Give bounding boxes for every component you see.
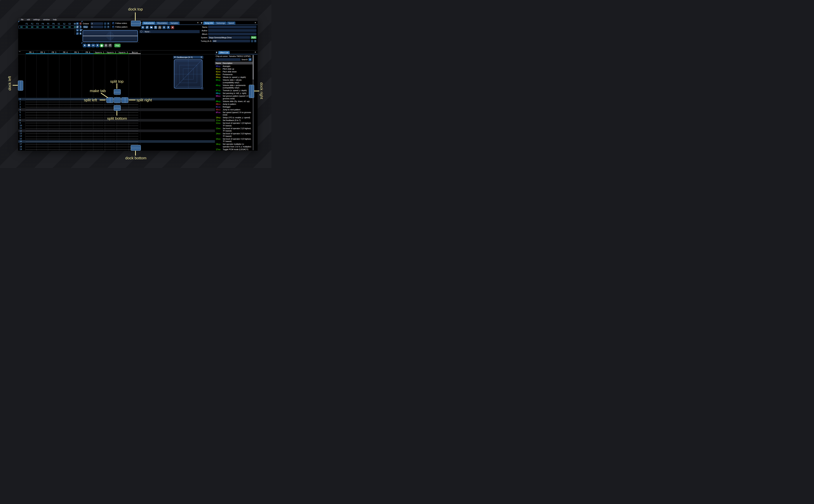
pattern-row[interactable]: 17 bbox=[18, 143, 215, 145]
pattern-cell[interactable] bbox=[81, 114, 92, 116]
channel-header[interactable]: FM 4 bbox=[60, 50, 71, 54]
menu-item[interactable]: file bbox=[19, 18, 25, 21]
split-right-target[interactable] bbox=[121, 97, 128, 103]
pattern-cell[interactable] bbox=[70, 103, 81, 106]
effect-row[interactable]: 17xx Toggle PCM mode (LEGACY) bbox=[215, 148, 257, 151]
pattern-cell[interactable] bbox=[127, 119, 138, 122]
pattern-cell[interactable] bbox=[70, 140, 81, 143]
pattern-cell[interactable] bbox=[25, 119, 36, 122]
effect-row[interactable]: 03xx Portamento bbox=[215, 73, 257, 76]
pattern-cell[interactable] bbox=[25, 140, 36, 143]
pattern-cell[interactable] bbox=[25, 135, 36, 137]
close-icon[interactable]: ✕ bbox=[200, 56, 202, 58]
dock-bottom-target[interactable] bbox=[131, 145, 141, 151]
orders-cell[interactable]: 00 bbox=[56, 26, 62, 28]
step-plus-button[interactable]: + bbox=[107, 26, 109, 28]
pattern-cell[interactable] bbox=[48, 143, 59, 145]
oscilloscope-display[interactable] bbox=[83, 30, 138, 42]
pattern-cell[interactable] bbox=[115, 122, 127, 124]
pattern-cell[interactable] bbox=[59, 100, 70, 103]
pattern-cell[interactable] bbox=[70, 137, 81, 140]
step-button[interactable]: Step bbox=[83, 26, 88, 28]
oscilloscope-xy-display[interactable] bbox=[174, 60, 202, 88]
pattern-cell[interactable] bbox=[25, 122, 36, 124]
pattern-cell[interactable] bbox=[92, 106, 104, 108]
pattern-cell[interactable] bbox=[25, 106, 36, 108]
play-button[interactable] bbox=[83, 44, 87, 47]
repeat-pattern-button[interactable] bbox=[108, 44, 112, 47]
pattern-cell[interactable] bbox=[59, 98, 70, 100]
pattern-cell[interactable] bbox=[92, 137, 104, 140]
pattern-cell[interactable] bbox=[70, 135, 81, 137]
pattern-cell[interactable] bbox=[59, 103, 70, 106]
pattern-cell[interactable] bbox=[70, 100, 81, 103]
effect-row[interactable]: 04xy Vibrato (x: speed; y: depth) bbox=[215, 76, 257, 79]
pattern-cell[interactable] bbox=[48, 148, 59, 151]
pattern-cell[interactable] bbox=[36, 108, 47, 111]
orders-cell[interactable]: 00 bbox=[67, 26, 72, 28]
order-duplicate-button[interactable] bbox=[76, 26, 79, 28]
hamburger-menu-button[interactable]: ≡ bbox=[248, 58, 252, 61]
name-column-header[interactable]: Name bbox=[215, 62, 223, 64]
pattern-cell[interactable] bbox=[25, 98, 36, 100]
pattern-cell[interactable] bbox=[36, 114, 47, 116]
pattern-cell[interactable] bbox=[81, 106, 92, 108]
pattern-cell[interactable] bbox=[92, 119, 104, 122]
pattern-cell[interactable] bbox=[70, 124, 81, 127]
step-minus-button[interactable]: - bbox=[104, 26, 106, 28]
pattern-cell[interactable] bbox=[127, 130, 138, 132]
pattern-cell[interactable] bbox=[81, 140, 92, 143]
pattern-cell[interactable] bbox=[25, 100, 36, 103]
metronome-button[interactable] bbox=[104, 44, 108, 47]
pattern-cell[interactable] bbox=[48, 124, 59, 127]
oscilloscope-xy-window[interactable]: Oscilloscope (X-Y) ✕ bbox=[173, 56, 203, 90]
tuning-field[interactable]: 440 bbox=[212, 40, 250, 42]
pattern-cell[interactable] bbox=[81, 124, 92, 127]
pattern-cell[interactable] bbox=[81, 137, 92, 140]
pattern-cell[interactable] bbox=[70, 148, 81, 151]
pattern-cell[interactable] bbox=[81, 119, 92, 122]
pattern-cell[interactable] bbox=[92, 148, 104, 151]
pattern-cell[interactable] bbox=[48, 114, 59, 116]
pattern-cell[interactable] bbox=[25, 114, 36, 116]
pattern-cell[interactable] bbox=[59, 137, 70, 140]
octave-minus-button[interactable]: - bbox=[104, 22, 106, 25]
pattern-cell[interactable] bbox=[104, 108, 115, 111]
pattern-cell[interactable] bbox=[115, 135, 127, 137]
pattern-cell[interactable] bbox=[115, 130, 127, 132]
pattern-cell[interactable] bbox=[81, 108, 92, 111]
pattern-cell[interactable] bbox=[36, 122, 47, 124]
split-left-target[interactable] bbox=[106, 97, 113, 103]
pattern-cell[interactable] bbox=[59, 143, 70, 145]
pattern-cell[interactable] bbox=[36, 143, 47, 145]
pattern-cell[interactable] bbox=[59, 116, 70, 119]
pattern-cell[interactable] bbox=[127, 137, 138, 140]
pattern-cell[interactable] bbox=[127, 124, 138, 127]
pattern-cell[interactable] bbox=[59, 114, 70, 116]
pattern-cell[interactable] bbox=[92, 130, 104, 132]
make-tab-target[interactable] bbox=[114, 97, 121, 103]
pattern-cell[interactable] bbox=[127, 122, 138, 124]
pattern-cell[interactable] bbox=[25, 124, 36, 127]
pattern-cell[interactable] bbox=[36, 100, 47, 103]
effect-table-header[interactable]: Name Description bbox=[215, 62, 254, 64]
pattern-cell[interactable] bbox=[81, 148, 92, 151]
channel-header[interactable]: FM 1 bbox=[26, 50, 37, 54]
pattern-cell[interactable] bbox=[48, 119, 59, 122]
channel-header[interactable]: FM 5 bbox=[71, 50, 82, 54]
step-input[interactable]: 1 bbox=[90, 26, 103, 28]
pattern-cell[interactable] bbox=[70, 122, 81, 124]
pattern-row[interactable]: 13 bbox=[18, 132, 215, 135]
dock-right-target[interactable] bbox=[249, 85, 254, 98]
orders-row-index[interactable]: 00 bbox=[19, 26, 24, 28]
close-icon[interactable]: ✕ bbox=[197, 22, 199, 24]
pattern-cell[interactable] bbox=[59, 122, 70, 124]
pattern-cell[interactable] bbox=[25, 137, 36, 140]
pattern-cell[interactable] bbox=[25, 103, 36, 106]
pattern-cell[interactable] bbox=[115, 140, 127, 143]
orders-cell[interactable]: 00 bbox=[29, 26, 35, 28]
octave-plus-button[interactable]: + bbox=[107, 22, 109, 25]
channel-header[interactable]: FM 2 bbox=[37, 50, 48, 54]
pattern-row[interactable]: 15 bbox=[18, 137, 215, 140]
pattern-cell[interactable] bbox=[25, 148, 36, 151]
